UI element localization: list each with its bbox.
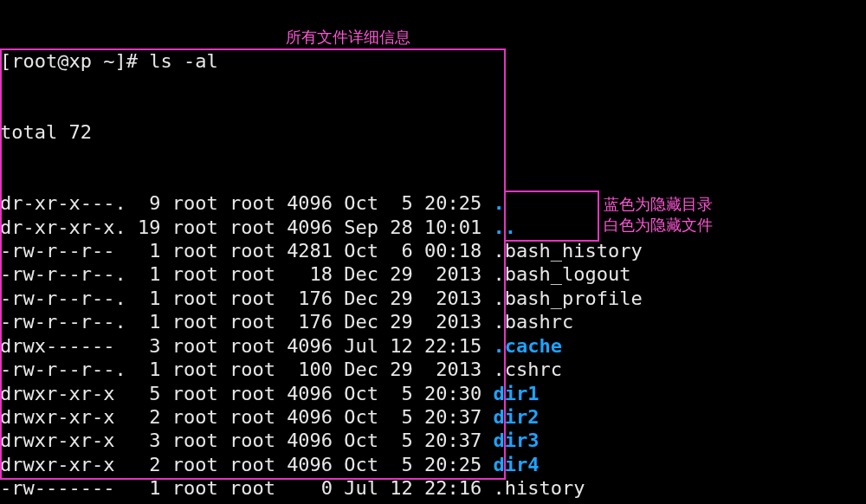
table-row: -rw-r--r--. 1 root root 18 Dec 29 2013 .… [0,262,866,286]
file-name: dir4 [494,454,540,475]
row-columns: drwxr-xr-x 2 root root 4096 Oct 5 20:37 [0,406,494,428]
row-columns: -rw-r--r--. 1 root root 18 Dec 29 2013 [0,263,494,285]
command: ls -al [149,50,217,72]
row-columns: -rw-r--r--. 1 root root 176 Dec 29 2013 [0,311,494,333]
row-columns: -rw-r--r-- 1 root root 4281 Oct 6 00:18 [0,240,494,262]
table-row: drwxr-xr-x 2 root root 4096 Oct 5 20:37 … [0,405,866,429]
row-columns: dr-xr-xr-x. 19 root root 4096 Sep 28 10:… [0,216,494,238]
row-columns: -rw-r--r--. 1 root root 100 Dec 29 2013 [0,359,494,380]
prompt: [root@xp ~]# [0,50,149,72]
table-row: drwxr-xr-x 3 root root 4096 Oct 5 20:37 … [0,429,866,452]
file-name: .history [494,477,585,499]
table-row: -rw-r--r--. 1 root root 176 Dec 29 2013 … [0,287,866,310]
row-columns: -rw------- 1 root root 35 Oct 5 20:13 [0,501,494,504]
file-name: .bash_profile [494,288,643,309]
file-name: .bash_logout [494,263,631,285]
table-row: drwxr-xr-x 2 root root 4096 Oct 5 20:25 … [0,453,866,476]
terminal[interactable]: [root@xp ~]# ls -al total 72 dr-xr-x---.… [0,0,866,504]
file-name: .lesshst [494,501,585,504]
file-name: dir2 [494,406,540,428]
table-row: -rw------- 1 root root 0 Jul 12 22:16 .h… [0,476,866,500]
table-row: dr-xr-xr-x. 19 root root 4096 Sep 28 10:… [0,216,866,239]
row-columns: drwxr-xr-x 2 root root 4096 Oct 5 20:25 [0,454,494,475]
table-row: drwx------ 3 root root 4096 Jul 12 22:15… [0,334,866,358]
row-columns: dr-xr-x---. 9 root root 4096 Oct 5 20:25 [0,192,494,214]
file-listing: dr-xr-x---. 9 root root 4096 Oct 5 20:25… [0,191,866,504]
table-row: dr-xr-x---. 9 root root 4096 Oct 5 20:25… [0,191,866,215]
file-name: .. [494,216,517,238]
table-row: -rw-r--r--. 1 root root 100 Dec 29 2013 … [0,358,866,381]
table-row: -rw-r--r--. 1 root root 176 Dec 29 2013 … [0,310,866,333]
table-row: -rw------- 1 root root 35 Oct 5 20:13 .l… [0,501,866,504]
row-columns: -rw-r--r--. 1 root root 176 Dec 29 2013 [0,288,494,309]
prompt-line: [root@xp ~]# ls -al [0,49,866,73]
table-row: -rw-r--r-- 1 root root 4281 Oct 6 00:18 … [0,239,866,262]
row-columns: -rw------- 1 root root 0 Jul 12 22:16 [0,477,494,499]
file-name: dir1 [494,383,540,404]
file-name: .cache [494,335,562,357]
file-name: dir3 [494,430,540,451]
file-name: .bash_history [494,240,643,262]
row-columns: drwxr-xr-x 5 root root 4096 Oct 5 20:30 [0,383,494,404]
file-name: .cshrc [494,359,562,380]
row-columns: drwxr-xr-x 3 root root 4096 Oct 5 20:37 [0,430,494,451]
table-row: drwxr-xr-x 5 root root 4096 Oct 5 20:30 … [0,382,866,405]
file-name: . [494,192,505,214]
file-name: .bashrc [494,311,574,333]
row-columns: drwx------ 3 root root 4096 Jul 12 22:15 [0,335,494,357]
total-line: total 72 [0,120,866,144]
annotation-top-label: 所有文件详细信息 [286,29,410,46]
